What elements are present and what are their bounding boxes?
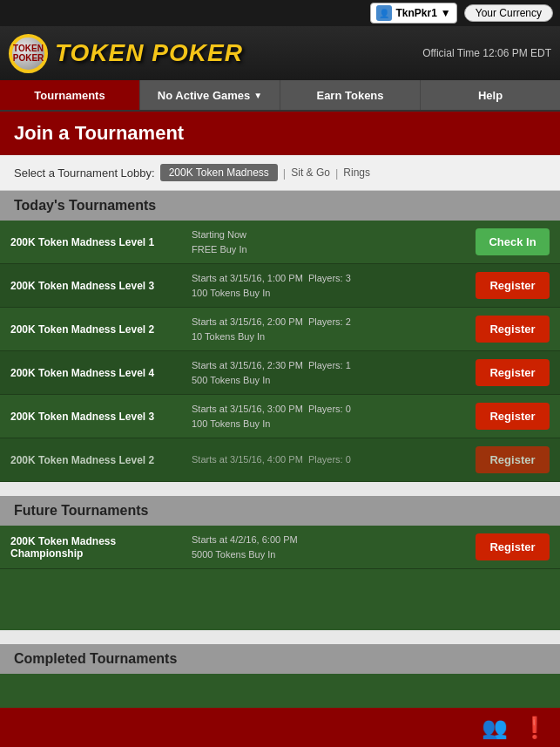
tournament-info: Starts at 3/15/16, 1:00 PM Players: 3 10… bbox=[192, 271, 464, 300]
today-section-header: Today's Tournaments bbox=[0, 191, 560, 221]
tournament-info: Starting Now FREE Buy In bbox=[192, 227, 464, 256]
group-icon[interactable]: 👥 bbox=[482, 716, 508, 740]
page-title-bar: Join a Tournament bbox=[0, 112, 560, 155]
tournament-name: 200K Token Madness Championship bbox=[10, 535, 185, 560]
section-gap bbox=[0, 482, 560, 496]
lobby-selector-label: Select a Tournament Lobby: bbox=[14, 166, 155, 180]
tournament-name: 200K Token Madness Level 4 bbox=[10, 367, 185, 379]
bottom-bar: 👥 ❗ bbox=[0, 708, 560, 747]
nav-tournaments[interactable]: Tournaments bbox=[0, 80, 140, 110]
table-row: 200K Token Madness Championship Starts a… bbox=[0, 526, 560, 569]
page-title: Join a Tournament bbox=[14, 122, 546, 145]
logo-chip-icon: TOKENPOKER bbox=[9, 34, 48, 73]
checkin-button[interactable]: Check In bbox=[476, 228, 550, 255]
table-row: 200K Token Madness Level 2 Starts at 3/1… bbox=[0, 308, 560, 351]
today-tournaments-table: 200K Token Madness Level 1 Starting Now … bbox=[0, 221, 560, 482]
navigation: Tournaments No Active Games ▼ Earn Token… bbox=[0, 80, 560, 112]
tournament-action: Register bbox=[471, 446, 550, 473]
tournament-info: Starts at 3/15/16, 2:30 PM Players: 1 50… bbox=[192, 358, 464, 387]
tournament-name: 200K Token Madness Level 3 bbox=[10, 280, 185, 292]
tournament-info: Starts at 3/15/16, 2:00 PM Players: 2 10… bbox=[192, 315, 464, 343]
logo-text: Token Poker bbox=[55, 39, 243, 67]
lobby-selector: Select a Tournament Lobby: 200K Token Ma… bbox=[0, 155, 560, 191]
table-row: 200K Token Madness Level 3 Starts at 3/1… bbox=[0, 395, 560, 438]
table-row: 200K Token Madness Level 2 Starts at 3/1… bbox=[0, 438, 560, 482]
tournament-name: 200K Token Madness Level 3 bbox=[10, 411, 185, 423]
future-empty-space bbox=[0, 569, 560, 630]
alert-icon[interactable]: ❗ bbox=[522, 716, 548, 740]
lobby-divider-2: | bbox=[335, 166, 338, 180]
username-label: TknPkr1 bbox=[395, 7, 436, 19]
lobby-divider-1: | bbox=[283, 166, 286, 180]
logo: TOKENPOKER Token Poker bbox=[9, 34, 243, 73]
currency-button[interactable]: Your Currency bbox=[464, 4, 553, 22]
register-button[interactable]: Register bbox=[476, 403, 550, 430]
top-bar: 👤 TknPkr1 ▼ Your Currency bbox=[0, 0, 560, 26]
tournament-action: Check In bbox=[471, 228, 550, 255]
tournament-action: Register bbox=[471, 533, 550, 560]
tournament-action: Register bbox=[471, 359, 550, 386]
tournament-info: Starts at 3/15/16, 4:00 PM Players: 0 bbox=[192, 452, 464, 467]
dropdown-arrow-icon: ▼ bbox=[441, 7, 451, 19]
table-row: 200K Token Madness Level 1 Starting Now … bbox=[0, 221, 560, 264]
register-button[interactable]: Register bbox=[476, 446, 550, 473]
lobby-sitgo-link[interactable]: Sit & Go bbox=[291, 166, 330, 179]
register-button[interactable]: Register bbox=[476, 359, 550, 386]
register-button[interactable]: Register bbox=[476, 316, 550, 343]
page-content: Join a Tournament Select a Tournament Lo… bbox=[0, 112, 560, 708]
logo-bar: TOKENPOKER Token Poker Official Time 12:… bbox=[0, 26, 560, 80]
register-button[interactable]: Register bbox=[476, 272, 550, 299]
lobby-200k-button[interactable]: 200K Token Madness bbox=[160, 164, 278, 181]
completed-section-header: Completed Tournaments bbox=[0, 644, 560, 674]
table-row: 200K Token Madness Level 4 Starts at 3/1… bbox=[0, 351, 560, 395]
nav-dropdown-arrow-icon: ▼ bbox=[253, 91, 262, 100]
user-avatar-icon: 👤 bbox=[376, 5, 392, 21]
tournament-action: Register bbox=[471, 403, 550, 430]
tournament-name: 200K Token Madness Level 2 bbox=[10, 454, 185, 466]
tournament-action: Register bbox=[471, 272, 550, 299]
tournament-name: 200K Token Madness Level 1 bbox=[10, 236, 185, 248]
table-row: 200K Token Madness Level 3 Starts at 3/1… bbox=[0, 264, 560, 308]
tournament-info: Starts at 4/2/16, 6:00 PM 5000 Tokens Bu… bbox=[192, 533, 464, 561]
register-button[interactable]: Register bbox=[476, 533, 550, 560]
future-section-header: Future Tournaments bbox=[0, 496, 560, 526]
tournament-action: Register bbox=[471, 316, 550, 343]
user-dropdown[interactable]: 👤 TknPkr1 ▼ bbox=[370, 3, 456, 24]
nav-earn-tokens[interactable]: Earn Tokens bbox=[280, 80, 421, 110]
official-time: Official Time 12:06 PM EDT bbox=[422, 47, 551, 59]
section-gap-2 bbox=[0, 630, 560, 644]
tournament-name: 200K Token Madness Level 2 bbox=[10, 323, 185, 336]
nav-active-games[interactable]: No Active Games ▼ bbox=[140, 80, 280, 110]
completed-tournaments-body bbox=[0, 674, 560, 708]
tournament-info: Starts at 3/15/16, 3:00 PM Players: 0 10… bbox=[192, 402, 464, 431]
future-tournaments-table: 200K Token Madness Championship Starts a… bbox=[0, 526, 560, 630]
nav-help[interactable]: Help bbox=[421, 80, 560, 110]
lobby-rings-link[interactable]: Rings bbox=[343, 166, 370, 179]
